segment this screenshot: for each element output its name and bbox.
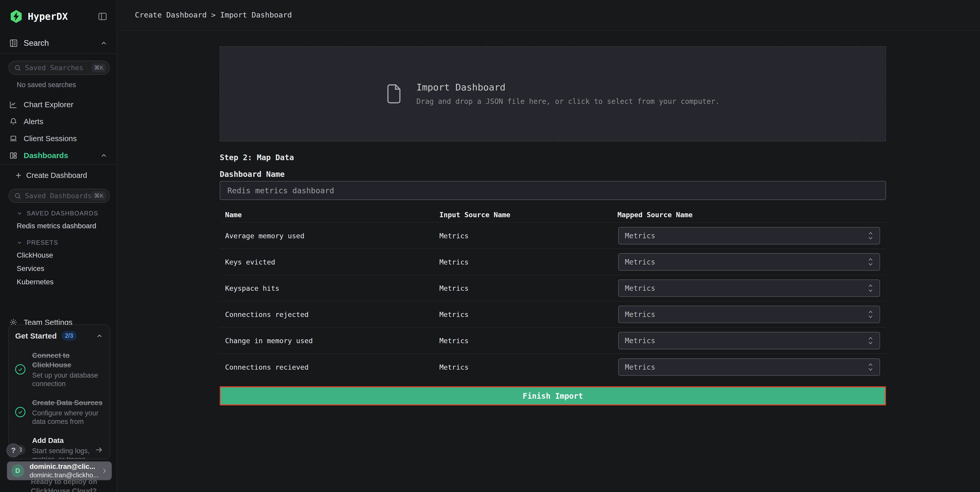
preset-item-kubernetes[interactable]: Kubernetes	[0, 275, 117, 289]
mapped-source-select[interactable]: Metrics	[618, 358, 880, 376]
dashboards-icon	[9, 151, 18, 160]
get-started-step-sources[interactable]: Create Data Sources Configure where your…	[15, 398, 103, 426]
row-name: Connections recieved	[220, 363, 439, 371]
create-dashboard-button[interactable]: Create Dashboard	[0, 167, 117, 183]
get-started-step-connect[interactable]: Connect to ClickHouse Set up your databa…	[15, 350, 103, 388]
arrow-right-icon	[95, 446, 103, 454]
mapped-source-select[interactable]: Metrics	[618, 306, 880, 323]
logo-row: HyperDX	[0, 0, 117, 33]
shortcut-badge: ⌘K	[91, 191, 106, 201]
preset-item-clickhouse[interactable]: ClickHouse	[0, 248, 117, 262]
dashboard-name-label: Dashboard Name	[220, 170, 285, 179]
presets-group-header[interactable]: PRESETS	[0, 237, 117, 248]
sidebar-collapse-icon[interactable]	[97, 11, 108, 21]
row-name: Connections rejected	[220, 310, 439, 318]
select-chevrons-icon	[867, 310, 874, 319]
topbar: Create Dashboard > Import Dashboard	[118, 0, 980, 30]
sidebar-item-label: Chart Explorer	[24, 100, 73, 109]
mapped-source-select[interactable]: Metrics	[618, 279, 880, 297]
group-label-text: PRESETS	[27, 239, 58, 246]
row-name: Keyspace hits	[220, 284, 439, 292]
file-icon	[386, 83, 402, 104]
table-row: Average memory used Metrics Metrics	[220, 223, 886, 249]
chevron-up-icon	[100, 39, 108, 47]
search-panel-icon	[9, 39, 18, 48]
chevron-down-icon	[16, 240, 22, 246]
user-menu[interactable]: D dominic.tran@clic... dominic.tran@clic…	[7, 462, 112, 480]
sidebar-item-alerts[interactable]: Alerts	[0, 113, 117, 130]
sidebar-item-label: Dashboards	[24, 151, 68, 160]
saved-dashboards-input[interactable]	[25, 192, 91, 200]
mapped-source-select[interactable]: Metrics	[618, 253, 880, 271]
row-input-source: Metrics	[439, 363, 617, 371]
column-header-mapped-source: Mapped Source Name	[617, 211, 886, 219]
sidebar-item-client-sessions[interactable]: Client Sessions	[0, 130, 117, 147]
saved-dashboards-input-wrap: ⌘K	[8, 189, 110, 203]
step-title: Add Data	[32, 436, 93, 445]
table-row: Change in memory used Metrics Metrics	[220, 328, 886, 354]
row-input-source: Metrics	[439, 232, 617, 240]
table-row: Connections recieved Metrics Metrics	[220, 354, 886, 380]
question-mark-icon: ?	[11, 446, 16, 455]
column-header-name: Name	[220, 211, 439, 219]
step-title: Connect to ClickHouse	[32, 350, 103, 369]
row-name: Keys evicted	[220, 258, 439, 266]
avatar: D	[11, 464, 24, 478]
select-value: Metrics	[625, 258, 655, 266]
hyperdx-logo-icon	[9, 9, 23, 24]
breadcrumb: Create Dashboard > Import Dashboard	[135, 11, 292, 19]
column-header-input-source: Input Source Name	[439, 211, 617, 219]
select-chevrons-icon	[867, 336, 874, 345]
sidebar-item-dashboards[interactable]: Dashboards	[0, 147, 117, 164]
sidebar: HyperDX Search ⌘K No saved searches Char…	[0, 0, 118, 492]
row-input-source: Metrics	[439, 337, 617, 345]
chart-line-icon	[9, 100, 18, 109]
mapping-table: Name Input Source Name Mapped Source Nam…	[220, 207, 886, 380]
check-circle-icon	[15, 407, 25, 417]
search-section-label: Search	[24, 38, 49, 48]
chevron-up-icon[interactable]	[95, 332, 103, 340]
user-email: dominic.tran@clickho...	[30, 471, 101, 479]
select-value: Metrics	[625, 310, 655, 319]
row-input-source: Metrics	[439, 284, 617, 292]
search-section-header[interactable]: Search	[0, 33, 117, 54]
dashboard-name-input[interactable]	[220, 181, 886, 200]
select-value: Metrics	[625, 284, 655, 293]
step-label: Step 2: Map Data	[220, 153, 294, 162]
step-description: Configure where your data comes from	[32, 409, 103, 426]
saved-dashboard-item[interactable]: Redis metrics dashboard	[0, 219, 117, 232]
plus-icon	[15, 172, 22, 179]
dropzone-description: Drag and drop a JSON file here, or click…	[416, 97, 719, 106]
laptop-icon	[9, 134, 18, 143]
dropzone-title: Import Dashboard	[416, 82, 719, 92]
preset-item-services[interactable]: Services	[0, 262, 117, 275]
row-name: Change in memory used	[220, 337, 439, 345]
chevron-down-icon	[16, 210, 22, 217]
finish-import-button[interactable]: Finish Import	[220, 386, 886, 405]
app-title: HyperDX	[28, 11, 97, 22]
get-started-card: Get Started 2/3 Connect to ClickHouse Se…	[8, 325, 110, 459]
mapped-source-select[interactable]: Metrics	[618, 332, 880, 349]
shortcut-badge: ⌘K	[91, 63, 106, 73]
mapped-source-select[interactable]: Metrics	[618, 227, 880, 244]
search-icon	[14, 192, 21, 199]
no-saved-searches-text: No saved searches	[17, 81, 117, 89]
select-chevrons-icon	[867, 257, 874, 267]
step-description: Set up your database connection	[32, 371, 103, 388]
select-chevrons-icon	[867, 231, 874, 240]
get-started-step-add-data[interactable]: 3 Add Data Start sending logs, metrics, …	[15, 436, 103, 459]
sidebar-item-label: Client Sessions	[24, 134, 77, 143]
import-dropzone[interactable]: Import Dashboard Drag and drop a JSON fi…	[220, 46, 886, 142]
get-started-title: Get Started	[15, 331, 57, 340]
sidebar-item-chart-explorer[interactable]: Chart Explorer	[0, 96, 117, 113]
chevron-right-icon	[101, 468, 108, 474]
table-header-row: Name Input Source Name Mapped Source Nam…	[220, 207, 886, 223]
step-title: Create Data Sources	[32, 398, 103, 408]
help-button[interactable]: ?	[6, 443, 20, 457]
row-input-source: Metrics	[439, 310, 617, 318]
saved-dashboards-group-header[interactable]: SAVED DASHBOARDS	[0, 207, 117, 219]
search-icon	[14, 64, 21, 72]
saved-searches-input[interactable]	[25, 64, 91, 72]
table-row: Keys evicted Metrics Metrics	[220, 249, 886, 275]
table-row: Connections rejected Metrics Metrics	[220, 301, 886, 328]
